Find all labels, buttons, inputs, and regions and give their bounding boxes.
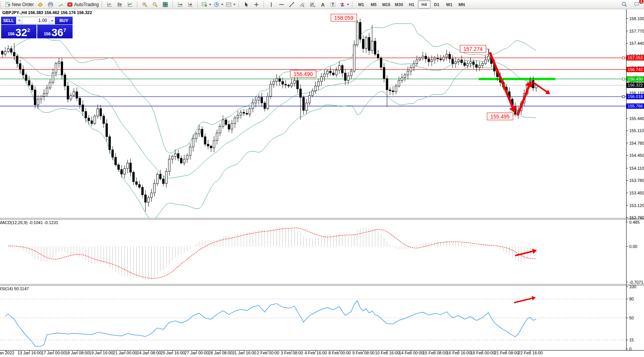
trend-arrow[interactable] — [517, 87, 529, 115]
volume-increment-button[interactable] — [49, 17, 55, 24]
bearish-candle — [359, 22, 361, 39]
buy-price-box[interactable]: 156367 — [37, 25, 73, 38]
chart-shift-icon[interactable] — [185, 0, 196, 8]
line-handle[interactable] — [622, 95, 625, 98]
line-chart-icon[interactable] — [125, 0, 135, 8]
bullish-candle — [401, 77, 403, 80]
text-icon[interactable]: A — [318, 0, 328, 8]
time-tick-label: 21 Jan 00:00 — [113, 351, 137, 355]
bullish-candle — [395, 86, 397, 92]
time-tick-label: 9 Feb 08:00 — [352, 351, 375, 355]
bearish-candle — [344, 73, 346, 81]
new-chart-icon[interactable] — [200, 0, 212, 8]
rsi-tick-label: 50 — [629, 316, 634, 320]
bullish-candle — [356, 22, 358, 45]
bearish-candle — [261, 97, 263, 103]
bullish-candle — [157, 174, 158, 184]
price-badge-label: 156.322 — [628, 83, 643, 87]
timeframe-button-h1[interactable]: H1 — [405, 0, 418, 8]
fibonacci-icon[interactable]: F — [307, 0, 318, 8]
label-icon[interactable]: T — [328, 0, 338, 8]
sell-price-box[interactable]: 156322 — [1, 25, 36, 38]
macd-signal-line — [8, 228, 536, 278]
bearish-candle — [279, 79, 281, 81]
price-tick-label: 153.450 — [629, 191, 644, 195]
volume-input[interactable]: 1.00 — [22, 17, 49, 24]
bullish-candle — [7, 49, 9, 51]
time-tick-label: 3 Feb 08:00 — [281, 351, 303, 355]
bearish-candle — [109, 137, 111, 150]
seal-icon[interactable] — [35, 0, 45, 8]
timeframe-button-m5[interactable]: M5 — [367, 0, 380, 8]
time-tick-label: 18 Jan 08:00 — [65, 351, 89, 355]
buy-button[interactable]: BUY — [55, 17, 73, 24]
hline-icon[interactable] — [277, 0, 287, 8]
rsi-tick-label: 0 — [629, 347, 631, 351]
template-icon[interactable] — [225, 0, 237, 8]
price-chart[interactable]: 158.100157.770157.440157.110156.780156.4… — [0, 0, 644, 357]
bearish-candle — [25, 75, 27, 81]
new-order-button[interactable]: New Order — [3, 0, 35, 8]
bearish-candle — [228, 125, 230, 129]
sell-button[interactable]: SELL — [1, 17, 16, 24]
bullish-candle — [291, 83, 293, 86]
auto-scroll-icon[interactable] — [175, 0, 185, 8]
timeframe-button-h4[interactable]: H4 — [418, 0, 430, 8]
line-handle[interactable] — [622, 78, 625, 80]
bearish-candle — [82, 105, 84, 111]
bearish-candle — [362, 39, 364, 49]
price-tick-label: 158.100 — [629, 16, 644, 21]
bearish-candle — [383, 67, 385, 79]
line-handle[interactable] — [622, 57, 625, 59]
crosshair-icon[interactable] — [252, 0, 262, 8]
volume-decrement-button[interactable] — [16, 17, 22, 24]
cursor-icon[interactable] — [241, 0, 252, 8]
bullish-candle — [318, 81, 320, 86]
bullish-candle — [431, 60, 433, 62]
timeframe-button-m15[interactable]: M15 — [380, 0, 392, 8]
vline-icon[interactable] — [266, 0, 277, 8]
timeframe-button-m1[interactable]: M1 — [355, 0, 367, 8]
bullish-candle — [171, 156, 173, 159]
bearish-candle — [64, 75, 66, 86]
bullish-candle — [153, 183, 155, 193]
time-tick-label: 14 Feb 00:00 — [399, 351, 424, 355]
period-icon[interactable] — [212, 0, 225, 8]
chat-badge: 1 — [639, 0, 644, 4]
zoom-in-icon[interactable] — [140, 0, 150, 8]
svg-text:E: E — [303, 5, 304, 7]
bearish-candle — [473, 62, 475, 65]
bearish-candle — [100, 109, 102, 116]
timeframe-button-d1[interactable]: D1 — [430, 0, 443, 8]
thick-support-line[interactable] — [479, 78, 555, 80]
bearish-candle — [207, 144, 209, 146]
search-icon[interactable] — [619, 0, 629, 8]
autotrading-button[interactable]: AutoTrading — [66, 0, 100, 8]
bullish-candle — [276, 79, 278, 81]
timeframe-button-mn[interactable]: MN — [456, 0, 468, 8]
candle-chart-icon[interactable] — [115, 0, 125, 8]
bearish-candle — [85, 111, 87, 118]
timeframe-button-m30[interactable]: M30 — [392, 0, 405, 8]
bullish-candle — [168, 159, 170, 171]
bearish-candle — [440, 59, 441, 60]
bar-chart-icon[interactable] — [104, 0, 115, 8]
trendline-icon[interactable] — [287, 0, 297, 8]
toolbar-group: EFAT — [263, 0, 351, 9]
timeframe-button-w1[interactable]: W1 — [443, 0, 456, 8]
arrows-icon[interactable] — [338, 0, 350, 8]
zoom-out-icon[interactable] — [150, 0, 160, 8]
bearish-candle — [16, 56, 18, 64]
tile-windows-icon[interactable] — [160, 0, 171, 8]
bearish-candle — [297, 81, 299, 89]
bullish-candle — [249, 109, 251, 114]
channel-icon[interactable]: E — [297, 0, 307, 8]
chat-icon[interactable]: 1 — [631, 0, 642, 8]
print-icon[interactable] — [45, 0, 55, 8]
chevron-down-icon — [209, 4, 211, 5]
bullish-candle — [443, 57, 445, 60]
trend-arrow[interactable] — [533, 82, 547, 92]
signal-icon[interactable] — [55, 0, 66, 8]
bullish-candle — [213, 141, 215, 148]
bullish-candle — [127, 163, 128, 169]
